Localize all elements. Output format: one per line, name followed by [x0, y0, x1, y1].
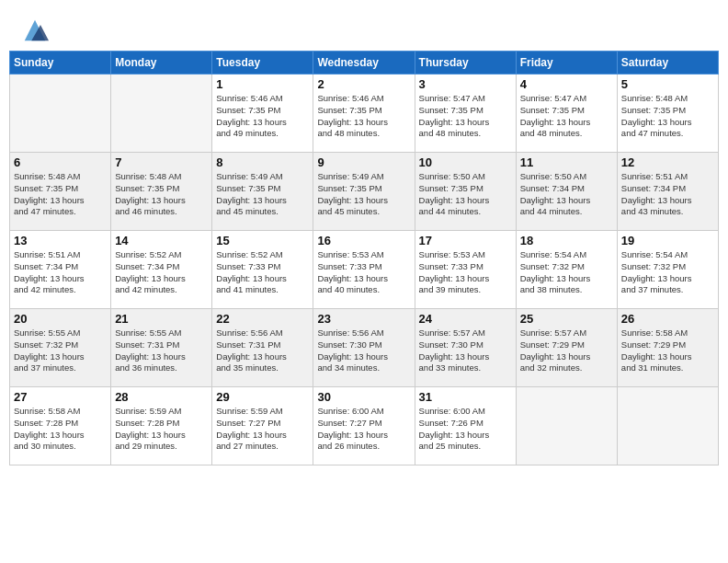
day-info: Sunrise: 5:53 AM Sunset: 7:33 PM Dayligh… [317, 249, 410, 296]
day-info: Sunrise: 5:48 AM Sunset: 7:35 PM Dayligh… [115, 171, 208, 218]
day-info: Sunrise: 5:50 AM Sunset: 7:34 PM Dayligh… [520, 171, 613, 218]
day-number: 29 [216, 390, 309, 404]
day-number: 1 [216, 77, 309, 91]
day-info: Sunrise: 5:51 AM Sunset: 7:34 PM Dayligh… [14, 249, 107, 296]
calendar-week-5: 27Sunrise: 5:58 AM Sunset: 7:28 PM Dayli… [10, 387, 719, 465]
calendar-day-cell: 27Sunrise: 5:58 AM Sunset: 7:28 PM Dayli… [10, 387, 111, 465]
calendar-day-cell [617, 387, 718, 465]
day-number: 2 [317, 77, 410, 91]
day-info: Sunrise: 5:50 AM Sunset: 7:35 PM Dayligh… [419, 171, 512, 218]
col-header-tuesday: Tuesday [212, 52, 313, 75]
day-info: Sunrise: 5:53 AM Sunset: 7:33 PM Dayligh… [419, 249, 512, 296]
day-info: Sunrise: 5:57 AM Sunset: 7:29 PM Dayligh… [520, 327, 613, 374]
day-info: Sunrise: 5:47 AM Sunset: 7:35 PM Dayligh… [419, 93, 512, 140]
calendar-day-cell: 1Sunrise: 5:46 AM Sunset: 7:35 PM Daylig… [212, 75, 313, 153]
calendar-day-cell: 18Sunrise: 5:54 AM Sunset: 7:32 PM Dayli… [516, 231, 617, 309]
day-info: Sunrise: 5:52 AM Sunset: 7:34 PM Dayligh… [115, 249, 208, 296]
calendar-day-cell: 30Sunrise: 6:00 AM Sunset: 7:27 PM Dayli… [313, 387, 415, 465]
calendar-day-cell: 8Sunrise: 5:49 AM Sunset: 7:35 PM Daylig… [212, 153, 313, 231]
calendar-week-2: 6Sunrise: 5:48 AM Sunset: 7:35 PM Daylig… [10, 153, 719, 231]
day-info: Sunrise: 5:58 AM Sunset: 7:29 PM Dayligh… [621, 327, 714, 374]
calendar-day-cell: 26Sunrise: 5:58 AM Sunset: 7:29 PM Dayli… [617, 309, 718, 387]
calendar-day-cell: 23Sunrise: 5:56 AM Sunset: 7:30 PM Dayli… [313, 309, 415, 387]
calendar-day-cell [516, 387, 617, 465]
calendar-day-cell: 4Sunrise: 5:47 AM Sunset: 7:35 PM Daylig… [516, 75, 617, 153]
calendar-day-cell: 6Sunrise: 5:48 AM Sunset: 7:35 PM Daylig… [10, 153, 111, 231]
calendar-day-cell: 21Sunrise: 5:55 AM Sunset: 7:31 PM Dayli… [111, 309, 212, 387]
day-number: 3 [419, 77, 512, 91]
page-header [9, 9, 719, 49]
calendar-day-cell: 7Sunrise: 5:48 AM Sunset: 7:35 PM Daylig… [111, 153, 212, 231]
day-number: 25 [520, 312, 613, 326]
calendar-day-cell [111, 75, 212, 153]
day-number: 20 [14, 312, 107, 326]
calendar-day-cell: 9Sunrise: 5:49 AM Sunset: 7:35 PM Daylig… [313, 153, 415, 231]
day-info: Sunrise: 5:54 AM Sunset: 7:32 PM Dayligh… [621, 249, 714, 296]
calendar-day-cell: 16Sunrise: 5:53 AM Sunset: 7:33 PM Dayli… [313, 231, 415, 309]
day-info: Sunrise: 5:54 AM Sunset: 7:32 PM Dayligh… [520, 249, 613, 296]
col-header-sunday: Sunday [10, 52, 111, 75]
calendar-day-cell: 10Sunrise: 5:50 AM Sunset: 7:35 PM Dayli… [415, 153, 516, 231]
day-info: Sunrise: 5:59 AM Sunset: 7:27 PM Dayligh… [216, 406, 309, 453]
day-info: Sunrise: 5:51 AM Sunset: 7:34 PM Dayligh… [621, 171, 714, 218]
day-number: 18 [520, 234, 613, 247]
day-number: 19 [621, 234, 714, 247]
day-info: Sunrise: 5:59 AM Sunset: 7:28 PM Dayligh… [115, 406, 208, 453]
day-info: Sunrise: 5:56 AM Sunset: 7:31 PM Dayligh… [216, 327, 309, 374]
day-number: 17 [419, 234, 512, 247]
day-number: 15 [216, 234, 309, 247]
day-info: Sunrise: 5:56 AM Sunset: 7:30 PM Dayligh… [317, 327, 410, 374]
day-info: Sunrise: 5:58 AM Sunset: 7:28 PM Dayligh… [14, 406, 107, 453]
day-number: 26 [621, 312, 714, 326]
day-info: Sunrise: 5:49 AM Sunset: 7:35 PM Dayligh… [216, 171, 309, 218]
day-number: 6 [14, 155, 107, 169]
calendar-table: SundayMondayTuesdayWednesdayThursdayFrid… [9, 51, 719, 465]
day-number: 13 [14, 234, 107, 247]
day-number: 16 [317, 234, 410, 247]
day-info: Sunrise: 6:00 AM Sunset: 7:27 PM Dayligh… [317, 406, 410, 453]
calendar-day-cell: 22Sunrise: 5:56 AM Sunset: 7:31 PM Dayli… [212, 309, 313, 387]
day-number: 10 [419, 155, 512, 169]
day-info: Sunrise: 5:46 AM Sunset: 7:35 PM Dayligh… [216, 93, 309, 140]
calendar-day-cell [10, 75, 111, 153]
calendar-week-4: 20Sunrise: 5:55 AM Sunset: 7:32 PM Dayli… [10, 309, 719, 387]
calendar-day-cell: 5Sunrise: 5:48 AM Sunset: 7:35 PM Daylig… [617, 75, 718, 153]
col-header-saturday: Saturday [617, 52, 718, 75]
day-info: Sunrise: 5:47 AM Sunset: 7:35 PM Dayligh… [520, 93, 613, 140]
day-info: Sunrise: 5:55 AM Sunset: 7:31 PM Dayligh… [115, 327, 208, 374]
day-number: 31 [419, 390, 512, 404]
day-number: 30 [317, 390, 410, 404]
calendar-day-cell: 29Sunrise: 5:59 AM Sunset: 7:27 PM Dayli… [212, 387, 313, 465]
calendar-day-cell: 19Sunrise: 5:54 AM Sunset: 7:32 PM Dayli… [617, 231, 718, 309]
calendar-day-cell: 28Sunrise: 5:59 AM Sunset: 7:28 PM Dayli… [111, 387, 212, 465]
day-number: 21 [115, 312, 208, 326]
day-number: 24 [419, 312, 512, 326]
calendar-day-cell: 2Sunrise: 5:46 AM Sunset: 7:35 PM Daylig… [313, 75, 415, 153]
day-info: Sunrise: 5:57 AM Sunset: 7:30 PM Dayligh… [419, 327, 512, 374]
calendar-day-cell: 25Sunrise: 5:57 AM Sunset: 7:29 PM Dayli… [516, 309, 617, 387]
day-info: Sunrise: 5:49 AM Sunset: 7:35 PM Dayligh… [317, 171, 410, 218]
col-header-wednesday: Wednesday [313, 52, 415, 75]
day-number: 14 [115, 234, 208, 247]
calendar-day-cell: 15Sunrise: 5:52 AM Sunset: 7:33 PM Dayli… [212, 231, 313, 309]
day-number: 7 [115, 155, 208, 169]
day-number: 12 [621, 155, 714, 169]
calendar-day-cell: 3Sunrise: 5:47 AM Sunset: 7:35 PM Daylig… [415, 75, 516, 153]
day-number: 23 [317, 312, 410, 326]
calendar-day-cell: 24Sunrise: 5:57 AM Sunset: 7:30 PM Dayli… [415, 309, 516, 387]
calendar-day-cell: 20Sunrise: 5:55 AM Sunset: 7:32 PM Dayli… [10, 309, 111, 387]
calendar-day-cell: 14Sunrise: 5:52 AM Sunset: 7:34 PM Dayli… [111, 231, 212, 309]
calendar-day-cell: 13Sunrise: 5:51 AM Sunset: 7:34 PM Dayli… [10, 231, 111, 309]
day-info: Sunrise: 5:55 AM Sunset: 7:32 PM Dayligh… [14, 327, 107, 374]
day-info: Sunrise: 5:48 AM Sunset: 7:35 PM Dayligh… [14, 171, 107, 218]
col-header-thursday: Thursday [415, 52, 516, 75]
day-number: 9 [317, 155, 410, 169]
calendar-day-cell: 17Sunrise: 5:53 AM Sunset: 7:33 PM Dayli… [415, 231, 516, 309]
calendar-week-1: 1Sunrise: 5:46 AM Sunset: 7:35 PM Daylig… [10, 75, 719, 153]
calendar-header-row: SundayMondayTuesdayWednesdayThursdayFrid… [10, 52, 719, 75]
calendar-day-cell: 12Sunrise: 5:51 AM Sunset: 7:34 PM Dayli… [617, 153, 718, 231]
logo [18, 17, 49, 44]
day-info: Sunrise: 5:46 AM Sunset: 7:35 PM Dayligh… [317, 93, 410, 140]
day-number: 27 [14, 390, 107, 404]
day-number: 8 [216, 155, 309, 169]
